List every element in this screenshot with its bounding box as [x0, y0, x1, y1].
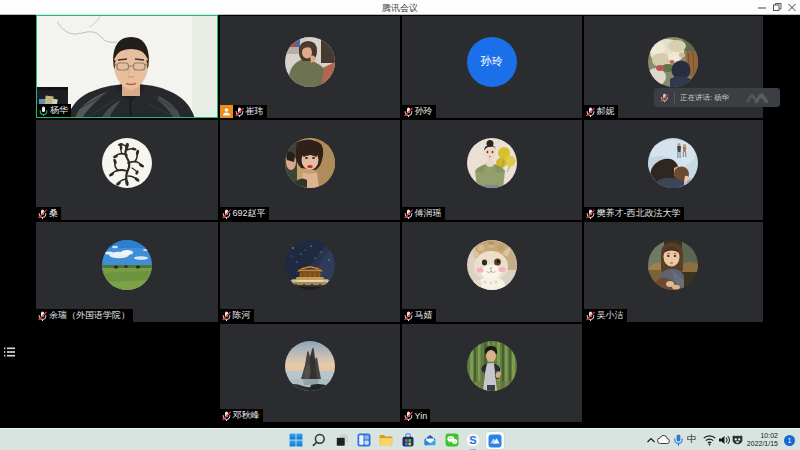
svg-text:S: S	[469, 434, 476, 446]
